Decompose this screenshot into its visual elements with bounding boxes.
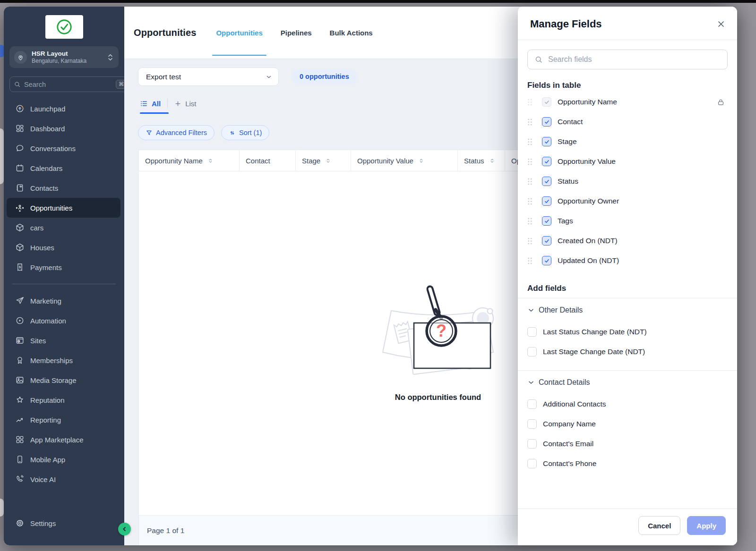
funnel-icon [146, 129, 153, 136]
field-checkbox-checked[interactable] [542, 216, 551, 226]
column-sort-icon[interactable] [207, 158, 214, 164]
sidebar-item-memberships[interactable]: Memberships [4, 350, 124, 370]
sidebar-search-row: ⌘ K [9, 76, 119, 92]
field-checkbox-checked[interactable] [542, 177, 551, 186]
desktop-fragment-white-bottom [0, 499, 4, 517]
phone-waves-icon [15, 475, 25, 484]
sidebar-item-automation[interactable]: Automation [4, 311, 124, 331]
sidebar-item-sites[interactable]: Sites [4, 331, 124, 350]
drag-handle-icon[interactable] [527, 178, 533, 186]
view-tab-add-list[interactable]: List [174, 100, 196, 108]
field-checkbox-checked[interactable] [542, 137, 551, 146]
field-checkbox-unchecked[interactable] [527, 439, 537, 449]
sidebar-item-dashboard[interactable]: Dashboard [4, 119, 124, 138]
field-label: Opportunity Name [558, 98, 617, 106]
add-field-row: Additional Contacts [527, 394, 728, 414]
field-checkbox-unchecked[interactable] [527, 399, 537, 409]
sidebar-item-label: Launchpad [30, 105, 65, 113]
sidebar-item-opportunities[interactable]: Opportunities [7, 198, 120, 218]
fields-search-input[interactable] [548, 55, 721, 64]
column-sort-icon[interactable] [418, 158, 424, 164]
field-label: Company Name [543, 420, 596, 428]
column-header-stage[interactable]: Stage [296, 150, 351, 171]
column-header-opportunity-value[interactable]: Opportunity Value [351, 150, 458, 171]
gear-icon [15, 518, 25, 528]
drag-handle-icon[interactable] [527, 257, 533, 265]
column-header-contact[interactable]: Contact [240, 150, 296, 171]
sidebar-collapse-button[interactable] [118, 523, 131, 535]
column-sort-icon[interactable] [489, 158, 495, 164]
tab-bulk-actions[interactable]: Bulk Actions [328, 7, 375, 59]
sort-button-label: Sort (1) [239, 129, 262, 136]
saved-view-value: Export test [146, 73, 261, 81]
field-checkbox-unchecked[interactable] [527, 419, 537, 429]
field-checkbox-unchecked[interactable] [527, 327, 537, 337]
field-checkbox-checked[interactable] [542, 196, 551, 206]
chevron-down-icon [527, 306, 535, 314]
svg-text:$: $ [19, 265, 21, 269]
close-icon [716, 19, 726, 29]
field-checkbox-checked[interactable] [542, 236, 551, 246]
sidebar-item-media-storage[interactable]: Media Storage [4, 370, 124, 390]
cube-icon [15, 243, 25, 252]
sidebar-item-label: Dashboard [30, 125, 65, 133]
sidebar-search[interactable]: ⌘ K [9, 76, 124, 92]
field-row-tags: Tags [527, 211, 728, 231]
drag-handle-icon[interactable] [527, 237, 533, 245]
drag-handle-icon[interactable] [527, 217, 533, 225]
sidebar-item-launchpad[interactable]: Launchpad [4, 99, 124, 119]
add-field-row: Contact's Email [527, 434, 728, 454]
location-switcher[interactable]: HSR Layout Bengaluru, Karnataka [9, 46, 119, 68]
drag-handle-icon[interactable] [527, 138, 533, 146]
field-checkbox-checked[interactable] [542, 157, 551, 166]
field-checkbox-checked[interactable] [542, 117, 551, 127]
column-header-status[interactable]: Status [458, 150, 505, 171]
sidebar-item-conversations[interactable]: Conversations [4, 138, 124, 158]
drag-handle-icon[interactable] [527, 197, 533, 205]
field-checkbox-unchecked[interactable] [527, 347, 537, 356]
sidebar-item-settings[interactable]: Settings [4, 513, 124, 533]
field-label: Updated On (NDT) [558, 256, 619, 265]
sidebar-item-marketing[interactable]: Marketing [4, 291, 124, 311]
column-header-opportunity-name[interactable]: Opportunity Name [139, 150, 240, 171]
fields-search[interactable] [527, 50, 728, 69]
sidebar-item-label: Media Storage [30, 376, 77, 384]
sort-button[interactable]: Sort (1) [221, 125, 269, 140]
cancel-button[interactable]: Cancel [638, 516, 680, 535]
field-checkbox-checked[interactable] [542, 256, 551, 265]
field-row-updated-on: Updated On (NDT) [527, 251, 728, 271]
smartphone-icon [15, 455, 25, 464]
drag-handle-icon[interactable] [527, 98, 533, 106]
column-sort-icon[interactable] [325, 158, 331, 164]
drag-handle-icon[interactable] [527, 158, 533, 166]
field-checkbox-unchecked[interactable] [527, 459, 537, 468]
field-label: Last Stage Change Date (NDT) [543, 348, 645, 356]
sidebar-search-input[interactable] [24, 81, 112, 88]
image-icon [15, 375, 25, 385]
close-button[interactable] [715, 18, 727, 30]
view-tab-all[interactable]: All [140, 100, 161, 108]
sidebar-item-reputation[interactable]: Reputation [4, 390, 124, 410]
drag-handle-icon[interactable] [527, 118, 533, 126]
advanced-filters-button[interactable]: Advanced Filters [138, 125, 215, 140]
tab-opportunities[interactable]: Opportunities [214, 7, 264, 59]
sidebar-item-reporting[interactable]: Reporting [4, 410, 124, 430]
sidebar-item-app-marketplace[interactable]: App Marketplace [4, 430, 124, 449]
add-field-row: Last Stage Change Date (NDT) [527, 342, 728, 362]
sidebar-item-voice-ai[interactable]: Voice AI [4, 469, 124, 489]
sidebar-item-cars[interactable]: cars [4, 218, 124, 237]
trending-up-icon [15, 415, 25, 424]
saved-view-select[interactable]: Export test [138, 68, 279, 86]
browser-globe-icon [15, 336, 25, 345]
chevron-down-icon [527, 379, 535, 386]
group-contact-details[interactable]: Contact Details [527, 371, 728, 394]
sidebar-item-payments[interactable]: $ Payments [4, 257, 124, 277]
tab-pipelines[interactable]: Pipelines [279, 7, 314, 59]
group-other-details[interactable]: Other Details [527, 298, 728, 322]
sidebar-item-calendars[interactable]: Calendars [4, 158, 124, 178]
sidebar-item-contacts[interactable]: Contacts [4, 178, 124, 198]
sidebar-item-houses[interactable]: Houses [4, 237, 124, 257]
agency-logo[interactable] [45, 15, 83, 39]
sidebar-item-mobile-app[interactable]: Mobile App [4, 449, 124, 469]
apply-button[interactable]: Apply [687, 516, 726, 535]
